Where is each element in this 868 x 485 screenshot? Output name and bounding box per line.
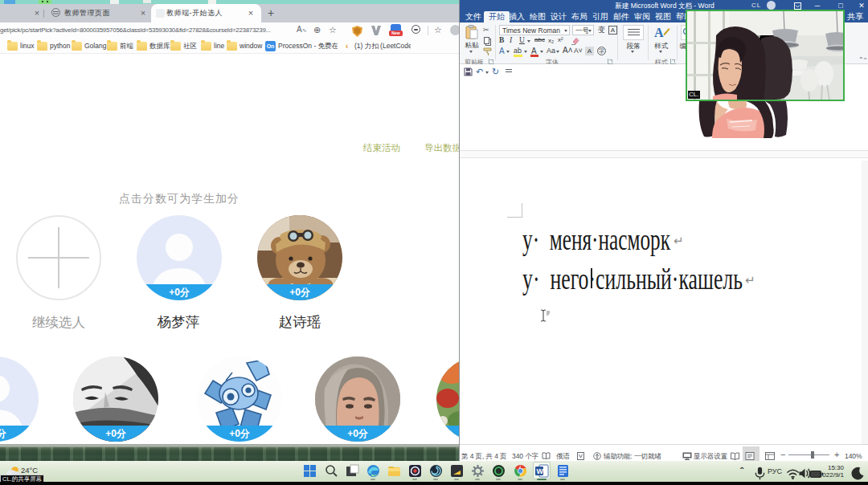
address-bar[interactable]: get/pick/pc/startPick?activeId=800003595…: [0, 26, 291, 34]
underline-caret[interactable]: [527, 40, 530, 43]
strikethrough-icon[interactable]: abc: [534, 36, 545, 43]
tab-draw[interactable]: 绘图: [527, 11, 548, 22]
undo-icon[interactable]: ↶: [476, 67, 483, 77]
score-badge[interactable]: +0分: [0, 426, 39, 442]
new-tab-button[interactable]: +: [265, 7, 276, 18]
zoom-level[interactable]: 140%: [845, 452, 862, 460]
bookmark-folder[interactable]: 前端: [107, 41, 133, 52]
zoom-in-icon[interactable]: +: [834, 450, 839, 459]
bookmark-folder[interactable]: 社区: [170, 41, 197, 52]
swirl-extension-icon[interactable]: [411, 25, 420, 34]
recorder-app-icon[interactable]: [408, 464, 422, 478]
customize-qat-icon[interactable]: [506, 69, 512, 70]
bookmark-folder[interactable]: Golang: [72, 41, 106, 52]
fold-app-icon[interactable]: [450, 464, 464, 478]
microphone-icon[interactable]: [753, 467, 767, 480]
student-avatar-partial-left[interactable]: +0分: [0, 357, 39, 442]
tab-file[interactable]: 文件: [463, 11, 484, 22]
taskbar-clock[interactable]: 15:30 2022/9/1: [818, 464, 844, 479]
copy-icon[interactable]: [484, 37, 489, 44]
v-extension-icon[interactable]: [371, 26, 381, 35]
paragraph-button-icon[interactable]: [623, 25, 644, 40]
display-settings-icon[interactable]: [682, 452, 692, 460]
text-effects-caret[interactable]: [506, 51, 510, 53]
paste-dropdown-caret[interactable]: [469, 51, 473, 53]
tab-mailings[interactable]: 邮件: [611, 11, 632, 22]
score-badge[interactable]: +0分: [436, 426, 459, 442]
tab3-close-icon[interactable]: ×: [246, 8, 256, 18]
read-mode-icon[interactable]: [731, 452, 739, 460]
accessibility-icon[interactable]: [593, 452, 601, 460]
proofing-icon[interactable]: [542, 452, 551, 460]
zoom-out-icon[interactable]: −: [780, 450, 785, 459]
font-color-caret[interactable]: [540, 51, 543, 53]
continue-pick-button[interactable]: [16, 215, 101, 300]
close-icon[interactable]: ✕: [857, 1, 866, 10]
font-size-combo[interactable]: 一号: [572, 25, 594, 35]
scroll-up-icon[interactable]: ⌃: [862, 56, 868, 66]
score-badge[interactable]: +0分: [197, 426, 282, 442]
user-avatar[interactable]: [767, 1, 776, 10]
edge-icon[interactable]: [366, 464, 380, 478]
character-border-icon[interactable]: A: [608, 26, 617, 35]
shrink-font-icon[interactable]: A˅: [574, 47, 583, 55]
italic-icon[interactable]: I: [510, 36, 512, 44]
taskbar-search-icon[interactable]: [325, 464, 338, 478]
change-case-caret[interactable]: [556, 51, 559, 53]
favorites-star-icon[interactable]: ☆: [434, 25, 442, 35]
shading-icon[interactable]: A: [585, 47, 594, 55]
weather-temperature[interactable]: 24°C: [21, 466, 38, 475]
bookmark-folder[interactable]: 数据库: [137, 41, 170, 52]
tab-insert[interactable]: 插入: [506, 11, 527, 22]
cut-icon[interactable]: ✂: [483, 26, 489, 34]
document-area[interactable]: у· меня·насморк у· него·сильный·кашель ↵…: [460, 80, 868, 444]
student-avatar-bw-photo[interactable]: +0分: [73, 357, 158, 442]
tab2-close-icon[interactable]: ×: [138, 8, 148, 18]
tab-review[interactable]: 审阅: [632, 11, 653, 22]
bookmark-folder[interactable]: line: [201, 41, 224, 52]
undo-caret[interactable]: [485, 71, 489, 74]
score-badge[interactable]: +0分: [73, 426, 158, 442]
macro-icon[interactable]: [577, 452, 584, 460]
share-button[interactable]: 共享: [847, 11, 863, 22]
chrome-icon[interactable]: [514, 464, 527, 478]
input-language[interactable]: РУС: [768, 467, 782, 475]
bookmark-folder[interactable]: python: [37, 41, 71, 52]
tab-start-pick[interactable]: 教师端-开始选人 ×: [151, 4, 261, 22]
windows-start-icon[interactable]: [303, 464, 317, 478]
score-badge[interactable]: +0分: [315, 426, 400, 442]
bookmark-folder[interactable]: linux: [7, 41, 34, 52]
font-name-combo[interactable]: Times New Roman: [499, 25, 570, 35]
web-layout-icon[interactable]: [765, 452, 775, 460]
end-activity-button[interactable]: 结束活动: [363, 142, 400, 154]
styles-icon[interactable]: A: [653, 24, 670, 40]
file-explorer-icon[interactable]: [387, 464, 401, 478]
zoom-slider-thumb[interactable]: [811, 451, 814, 459]
vertical-scrollbar[interactable]: [862, 161, 868, 444]
change-case-icon[interactable]: Aa: [547, 47, 555, 55]
tab-layout[interactable]: 布局: [569, 11, 590, 22]
grow-font-icon[interactable]: A˄: [563, 46, 573, 55]
phonetic-guide-icon[interactable]: 变: [598, 25, 605, 35]
styles-caret[interactable]: [659, 51, 662, 53]
underline-icon[interactable]: U: [519, 36, 525, 44]
score-badge[interactable]: +0分: [137, 284, 222, 300]
notebook-app-icon[interactable]: [556, 464, 570, 478]
tab1-close-icon[interactable]: ×: [32, 8, 42, 18]
hidden-icons-chevron[interactable]: ⌃: [739, 466, 745, 475]
clipboard-dialog-launcher[interactable]: [489, 59, 494, 64]
zoom-slider-track[interactable]: [788, 454, 829, 455]
subscript-icon[interactable]: x₂: [548, 37, 554, 44]
webcam-overlay[interactable]: CL.: [686, 10, 845, 101]
student-avatar-default[interactable]: +0分: [137, 215, 222, 300]
highlight-icon[interactable]: ab: [514, 47, 522, 55]
print-layout-icon[interactable]: [745, 452, 755, 460]
redo-icon[interactable]: ↻: [492, 67, 499, 77]
text-effects-icon[interactable]: A: [499, 47, 505, 55]
highlight-caret[interactable]: [524, 51, 527, 53]
bookmark-leetcode[interactable]: ‹(1) 力扣 (LeetCode...: [342, 41, 411, 52]
word-taskbar-icon[interactable]: W: [535, 464, 549, 478]
export-data-button[interactable]: 导出数据: [424, 142, 459, 154]
focus-assist-moon-icon[interactable]: [851, 467, 865, 480]
enclose-characters-icon[interactable]: 字: [597, 47, 606, 55]
